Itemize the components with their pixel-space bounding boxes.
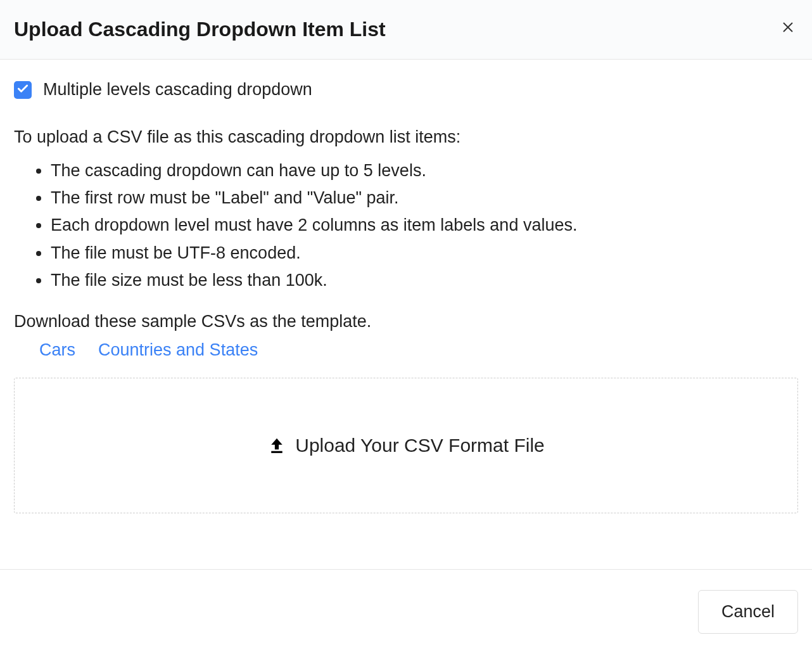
multiple-levels-checkbox[interactable] — [14, 81, 32, 99]
check-icon — [16, 82, 29, 98]
modal-body: Multiple levels cascading dropdown To up… — [0, 60, 812, 527]
upload-drop-area[interactable]: Upload Your CSV Format File — [14, 378, 798, 513]
close-icon — [780, 20, 796, 39]
download-links: Cars Countries and States — [14, 340, 798, 360]
upload-area-label: Upload Your CSV Format File — [295, 435, 545, 456]
multiple-levels-checkbox-label: Multiple levels cascading dropdown — [43, 80, 312, 99]
instruction-item: The cascading dropdown can have up to 5 … — [51, 157, 798, 184]
download-link-countries-states[interactable]: Countries and States — [98, 340, 258, 360]
close-button[interactable] — [778, 20, 798, 40]
instruction-list: The cascading dropdown can have up to 5 … — [14, 157, 798, 294]
instruction-item: Each dropdown level must have 2 columns … — [51, 212, 798, 239]
modal-title: Upload Cascading Dropdown Item List — [14, 18, 386, 41]
upload-icon — [267, 436, 286, 455]
cancel-button[interactable]: Cancel — [698, 590, 798, 634]
download-link-cars[interactable]: Cars — [39, 340, 75, 360]
instruction-item: The first row must be "Label" and "Value… — [51, 184, 798, 212]
svg-rect-2 — [271, 451, 282, 453]
instruction-item: The file must be UTF-8 encoded. — [51, 240, 798, 267]
instruction-intro: To upload a CSV file as this cascading d… — [14, 127, 798, 147]
download-intro: Download these sample CSVs as the templa… — [14, 312, 798, 331]
checkbox-row: Multiple levels cascading dropdown — [14, 80, 798, 99]
instruction-item: The file size must be less than 100k. — [51, 267, 798, 294]
modal-footer: Cancel — [0, 569, 812, 654]
modal-header: Upload Cascading Dropdown Item List — [0, 0, 812, 60]
